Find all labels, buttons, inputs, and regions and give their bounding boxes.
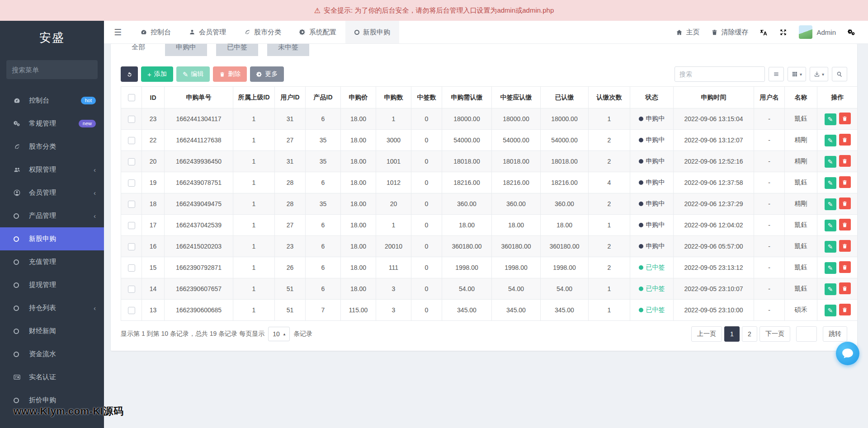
prev-page-button[interactable]: 上一页	[691, 326, 722, 342]
row-checkbox[interactable]	[128, 264, 135, 272]
row-edit-button[interactable]: ✎	[825, 283, 836, 295]
sidebar-search[interactable]	[6, 60, 98, 79]
row-edit-button[interactable]: ✎	[825, 198, 836, 210]
sidebar-item-recharge[interactable]: 充值管理	[0, 250, 104, 273]
page-button-1[interactable]: 1	[724, 326, 740, 342]
edit-button[interactable]: ✎ 编辑	[176, 66, 210, 82]
home-link[interactable]: 主页	[676, 28, 699, 37]
row-checkbox[interactable]	[128, 201, 135, 208]
page-size-select[interactable]: 10 ▴	[268, 327, 290, 341]
sidebar-item-label: 资金流水	[29, 350, 56, 358]
cell-times: 4	[589, 172, 630, 193]
row-edit-button[interactable]: ✎	[825, 305, 836, 316]
cell-need: 1998.00	[442, 257, 492, 278]
sidebar-item-fund-flow[interactable]: 资金流水	[0, 343, 104, 366]
select-all-checkbox[interactable]	[128, 94, 135, 101]
more-label: 更多	[265, 70, 278, 78]
avatar[interactable]	[799, 25, 812, 39]
next-page-button[interactable]: 下一页	[760, 326, 790, 342]
add-button[interactable]: + 添加	[141, 66, 173, 82]
row-delete-button[interactable]	[839, 113, 851, 124]
row-edit-button[interactable]: ✎	[825, 220, 836, 231]
table-search-input[interactable]	[675, 66, 765, 82]
sidebar-item-permission[interactable]: 权限管理‹	[0, 158, 104, 181]
cell-name: 凱鈺	[785, 236, 817, 257]
row-checkbox[interactable]	[128, 158, 135, 165]
cell-win_need: 345.00	[492, 300, 541, 321]
row-delete-button[interactable]	[839, 240, 851, 252]
fullscreen-icon[interactable]	[779, 28, 787, 36]
sidebar-item-dashboard[interactable]: 控制台hot	[0, 89, 104, 112]
row-delete-button[interactable]	[839, 219, 851, 230]
sidebar-item-finance-news[interactable]: 财经新闻	[0, 320, 104, 343]
filter-tab-0[interactable]: 全部	[121, 44, 156, 56]
row-checkbox[interactable]	[128, 286, 135, 293]
row-checkbox[interactable]	[128, 222, 135, 229]
sidebar-item-positions[interactable]: 持仓列表‹	[0, 296, 104, 320]
row-delete-button[interactable]	[839, 155, 851, 167]
row-delete-button[interactable]	[839, 261, 851, 273]
settings-cogs-icon[interactable]	[848, 28, 855, 36]
row-checkbox[interactable]	[128, 179, 135, 187]
row-checkbox[interactable]	[128, 137, 135, 144]
menu-toggle-icon[interactable]: ☰	[104, 27, 132, 38]
detail-view-button[interactable]	[769, 67, 784, 81]
chat-fab-button[interactable]	[836, 342, 859, 365]
export-button[interactable]: ▾	[810, 67, 828, 81]
row-delete-button[interactable]	[839, 176, 851, 188]
sidebar-search-input[interactable]	[12, 66, 102, 74]
filter-tab-1[interactable]: 申购中	[165, 44, 207, 56]
sidebar-item-label: 股市分类	[29, 142, 56, 151]
search-button[interactable]	[832, 67, 847, 81]
row-checkbox[interactable]	[128, 307, 135, 314]
row-edit-button[interactable]: ✎	[825, 177, 836, 189]
sidebar-item-withdraw[interactable]: 提现管理	[0, 273, 104, 296]
row-checkbox[interactable]	[128, 116, 135, 123]
sidebar-item-general-manage[interactable]: 常规管理new	[0, 112, 104, 135]
nav-tab-dashboard[interactable]: 控制台	[132, 21, 180, 43]
cell-actions: ✎	[817, 151, 858, 172]
row-delete-button[interactable]	[839, 304, 851, 315]
row-edit-button[interactable]: ✎	[825, 156, 836, 168]
sidebar-item-market-category[interactable]: 股市分类	[0, 135, 104, 158]
row-edit-button[interactable]: ✎	[825, 262, 836, 274]
sidebar-item-realname[interactable]: 实名认证	[0, 366, 104, 389]
nav-tab-member[interactable]: 会员管理	[180, 21, 235, 43]
column-header: 申购时间	[674, 87, 754, 108]
table-row: 151662390792871126618.0011101998.001998.…	[121, 257, 858, 278]
jump-page-input[interactable]	[796, 326, 817, 342]
row-delete-button[interactable]	[839, 134, 851, 146]
filter-tab-3[interactable]: 未中签	[267, 44, 309, 56]
cell-id: 22	[142, 130, 165, 151]
translate-icon[interactable]	[760, 28, 768, 36]
cell-paid: 18216.00	[541, 172, 589, 193]
row-checkbox[interactable]	[128, 243, 135, 250]
clear-cache-link[interactable]: 清除缓存	[711, 28, 748, 37]
status-dot-icon	[639, 244, 643, 249]
row-edit-button[interactable]: ✎	[825, 135, 836, 146]
nav-tab-system-config[interactable]: 系统配置	[290, 21, 345, 43]
sidebar-item-ipo[interactable]: 新股申购	[0, 227, 104, 250]
row-delete-button[interactable]	[839, 198, 851, 209]
delete-button[interactable]: 删除	[213, 66, 247, 82]
row-edit-button[interactable]: ✎	[825, 241, 836, 253]
more-button[interactable]: 更多	[250, 66, 284, 82]
nav-tab-ipo[interactable]: 新股申购	[345, 21, 399, 43]
page-button-2[interactable]: 2	[742, 326, 757, 342]
cell-price: 18.00	[341, 172, 376, 193]
sidebar-item-product[interactable]: 产品管理‹	[0, 204, 104, 227]
jump-button[interactable]: 跳转	[823, 326, 847, 342]
status-dot-icon	[639, 202, 643, 206]
nav-tab-market-category[interactable]: 股市分类	[235, 21, 290, 43]
trash-icon	[842, 179, 848, 185]
row-edit-button[interactable]: ✎	[825, 113, 836, 125]
status-filter-tabs: 全部申购中已中签未中签	[121, 44, 847, 56]
refresh-button[interactable]	[121, 66, 138, 82]
filter-tab-2[interactable]: 已中签	[216, 44, 258, 56]
cell-win_need: 18018.00	[492, 151, 541, 172]
sidebar-item-member[interactable]: 会员管理‹	[0, 181, 104, 204]
row-delete-button[interactable]	[839, 282, 851, 294]
status-label: 申购中	[646, 136, 665, 144]
user-menu[interactable]: Admin	[799, 25, 836, 39]
columns-button[interactable]: ▾	[788, 67, 806, 81]
